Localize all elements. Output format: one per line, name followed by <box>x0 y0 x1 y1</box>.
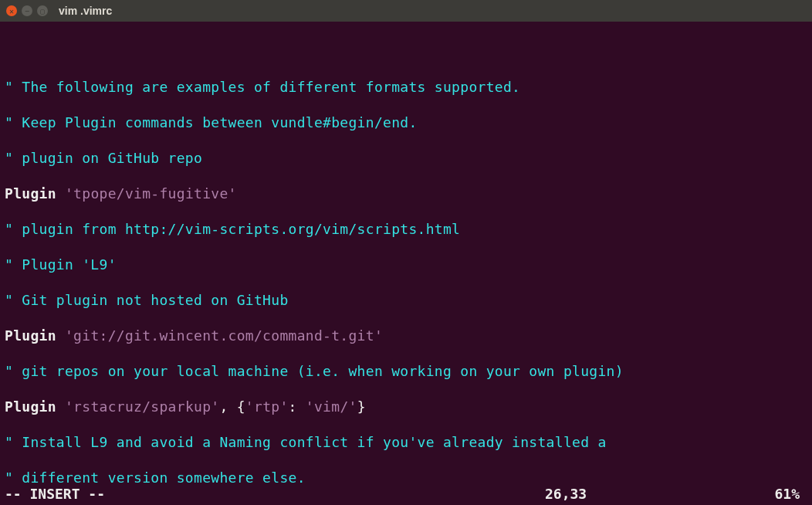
minimize-icon[interactable]: − <box>22 5 32 16</box>
scroll-percent: 61% <box>715 486 807 502</box>
editor-line: " The following are examples of differen… <box>5 78 807 96</box>
editor-line: Plugin 'rstacruz/sparkup', {'rtp': 'vim/… <box>5 398 807 415</box>
editor-line: " plugin from http://vim-scripts.org/vim… <box>5 220 807 238</box>
window-controls: ✕ − ▢ <box>6 5 48 16</box>
editor-line: Plugin 'git://git.wincent.com/command-t.… <box>5 327 807 344</box>
editor-line: " Plugin 'L9' <box>5 256 807 273</box>
editor-line: " Install L9 and avoid a Naming conflict… <box>5 433 807 451</box>
comment-text: " The following are examples of differen… <box>5 79 520 95</box>
plugin-string: 'git://git.wincent.com/command-t.git' <box>65 327 383 344</box>
close-icon[interactable]: ✕ <box>6 5 17 16</box>
editor-line: Plugin 'tpope/vim-fugitive' <box>5 185 807 202</box>
editor-line: " plugin on GitHub repo <box>5 149 807 167</box>
window-titlebar: ✕ − ▢ vim .vimrc <box>0 0 812 22</box>
plain-text: : <box>289 398 306 415</box>
editor-line: " different version somewhere else. <box>5 469 807 486</box>
comment-text: " git repos on your local machine (i.e. … <box>5 363 624 379</box>
comment-text: " Keep Plugin commands between vundle#be… <box>5 114 418 130</box>
comment-text: " plugin from http://vim-scripts.org/vim… <box>5 221 460 237</box>
comment-text: " plugin on GitHub repo <box>5 150 202 166</box>
cursor-position: 26,33 <box>545 486 715 502</box>
vim-mode: -- INSERT -- <box>5 486 545 502</box>
maximize-icon[interactable]: ▢ <box>37 5 48 16</box>
plugin-keyword: Plugin <box>5 327 56 344</box>
editor-line: " Git plugin not hosted on GitHub <box>5 291 807 309</box>
option-key: 'rtp' <box>245 398 289 415</box>
comment-text: " Plugin 'L9' <box>5 256 117 273</box>
plugin-keyword: Plugin <box>5 398 56 415</box>
comment-text: " Git plugin not hosted on GitHub <box>5 292 289 308</box>
editor-line: " Keep Plugin commands between vundle#be… <box>5 114 807 131</box>
plugin-string: 'rstacruz/sparkup' <box>65 398 219 415</box>
terminal-content[interactable]: " The following are examples of differen… <box>0 22 812 505</box>
plain-text: } <box>357 398 366 415</box>
vim-statusline: -- INSERT -- 26,33 61% <box>5 486 807 502</box>
plain-text: , { <box>219 398 245 415</box>
window-title: vim .vimrc <box>59 5 112 17</box>
option-value: 'vim/' <box>306 398 357 415</box>
plugin-keyword: Plugin <box>5 185 56 202</box>
comment-text: " Install L9 and avoid a Naming conflict… <box>5 434 607 450</box>
comment-text: " different version somewhere else. <box>5 469 306 486</box>
plugin-string: 'tpope/vim-fugitive' <box>65 185 237 202</box>
editor-line <box>5 42 807 60</box>
editor-line: " git repos on your local machine (i.e. … <box>5 362 807 380</box>
